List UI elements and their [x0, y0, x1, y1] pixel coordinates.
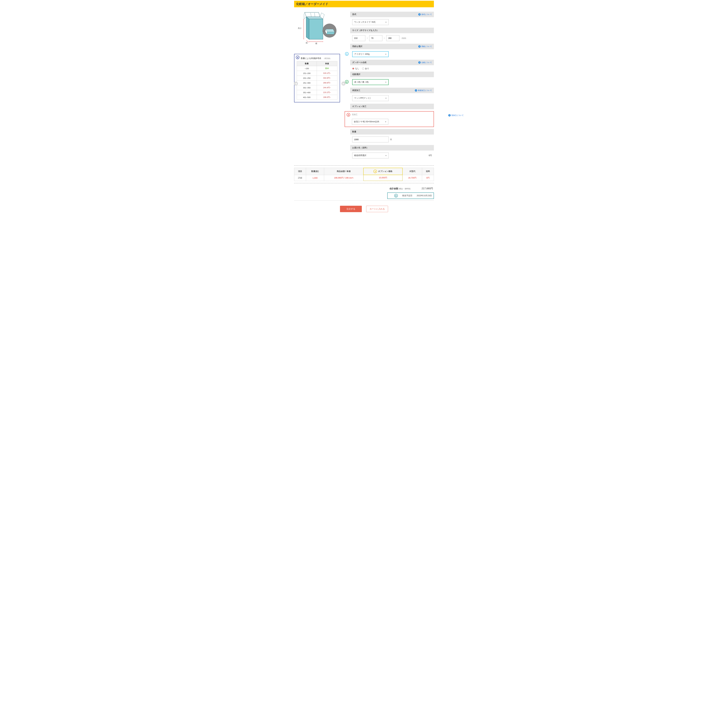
help-format[interactable]: ?形式について — [418, 13, 432, 16]
order-button[interactable]: 注文する — [340, 206, 362, 212]
ship-date: 2023年10月23日 — [417, 194, 432, 197]
price-reference-box: 4 数量による単価参考表 （税別途） 数量 単価 ~150基本151~20032… — [294, 54, 340, 102]
carousel-next[interactable]: ▶ — [341, 81, 346, 86]
total-amount: 217,680円 — [414, 187, 433, 190]
callout-3: 3 — [347, 113, 350, 116]
price-ref-title: 数量による単価参考表 — [301, 57, 321, 60]
section-option: オプション加工 — [350, 104, 434, 109]
svg-marker-0 — [309, 19, 323, 39]
qty-input[interactable] — [352, 136, 388, 142]
ship-date-box: 6 発送予定日 2023年10月23日 — [387, 193, 434, 199]
callout-4: 4 — [296, 56, 299, 59]
svg-marker-2 — [306, 17, 309, 39]
section-surface: 表面加工 ?表面加工について — [350, 88, 434, 93]
callout-6: 6 — [394, 194, 398, 197]
section-colors: 色数選択 — [350, 72, 434, 77]
help-surface[interactable]: ?表面加工について — [415, 89, 432, 92]
surface-select[interactable]: マットPP(マット)▼ — [352, 95, 388, 101]
price-reference-table: 数量 単価 ~150基本151~200329.1円~201~250304.9円~… — [297, 61, 337, 100]
help-paper[interactable]: ?用紙について — [418, 45, 432, 48]
paper-select[interactable]: アイボリー 400g▼ — [352, 51, 388, 57]
laminate-radio-yes[interactable]: あり — [362, 67, 369, 70]
carousel-prev[interactable]: ◀ — [294, 81, 298, 86]
section-qty: 数量 — [350, 129, 434, 135]
svg-marker-3 — [305, 12, 320, 17]
dim-label-width: 横 — [315, 42, 317, 45]
dim-label-depth: 縦 — [306, 41, 307, 44]
foil-select[interactable]: 金箔(ツヤ有) 50×50mm以内▼ — [352, 119, 388, 125]
size-height-input[interactable] — [386, 35, 399, 41]
section-paper: 用紙を選択 ?用紙について — [350, 44, 434, 49]
callout-1: 1 — [345, 52, 349, 56]
cart-button[interactable]: カートに入れる — [366, 206, 388, 212]
price-ref-tax: （税別途） — [323, 57, 332, 60]
foil-box: 3 箔加工 ?箔加工について 金箔(ツヤ有) 50×50mm以内▼ — [345, 111, 434, 127]
price-th-qty: 数量 — [297, 61, 317, 66]
section-format: 形式 ?形式について — [350, 12, 434, 17]
help-foil[interactable]: ?箔加工について — [448, 114, 463, 117]
box-illustration: 高さ 縦 横 — [297, 12, 338, 45]
section-ship: お届け先（送料） — [350, 145, 434, 151]
format-select[interactable]: ワンタッチタイプ / B式▼ — [352, 19, 388, 25]
callout-5: 5 — [373, 170, 377, 173]
colors-select[interactable]: 表: 4色 / 裏: 4色▼ — [352, 79, 388, 85]
totals: 合計金額 (税込・送料別) 217,680円 6 発送予定日 2023年10月2… — [294, 186, 434, 200]
ship-select[interactable]: 都道府県選択▼ — [352, 153, 388, 158]
section-size: サイズ（外寸サイズを入力） — [350, 28, 434, 33]
dim-label-height: 高さ — [298, 27, 302, 29]
callout-2: 2 — [345, 80, 349, 84]
summary-row: 詳細 1,000 188,980円 / 188.980円 10,000円 18,… — [294, 175, 434, 181]
svg-marker-17 — [327, 32, 335, 34]
summary-table: 項目 数量(枚) 商品金額 / 単価 5 オプション価格 木型代 送料 詳細 1… — [294, 168, 434, 181]
price-th-unit: 単価 — [317, 61, 337, 66]
size-depth-input[interactable] — [369, 35, 382, 41]
laminate-radio-none[interactable]: なし — [352, 67, 359, 70]
section-laminate: ダンボール合紙 ?合紙について — [350, 60, 434, 65]
size-width-input[interactable] — [352, 35, 365, 41]
page-title: 化粧箱／オーダーメイド — [296, 2, 432, 6]
help-laminate[interactable]: ?合紙について — [418, 61, 432, 64]
page-title-bar: 化粧箱／オーダーメイド — [294, 1, 434, 7]
ship-amount: 0円 — [429, 154, 432, 157]
